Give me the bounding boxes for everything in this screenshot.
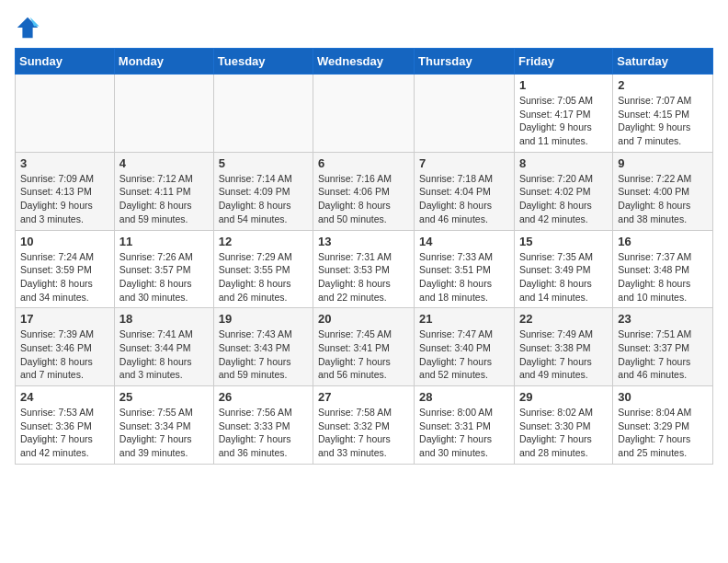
day-info: Sunrise: 7:22 AM Sunset: 4:00 PM Dayligh… (618, 172, 708, 226)
calendar-cell: 8Sunrise: 7:20 AM Sunset: 4:02 PM Daylig… (514, 152, 612, 230)
calendar-cell: 28Sunrise: 8:00 AM Sunset: 3:31 PM Dayli… (415, 386, 515, 465)
day-info: Sunrise: 7:47 AM Sunset: 3:40 PM Dayligh… (419, 327, 509, 382)
day-number: 7 (419, 156, 509, 170)
logo (15, 15, 44, 40)
day-number: 20 (318, 312, 409, 326)
day-number: 22 (519, 312, 608, 326)
day-info: Sunrise: 7:24 AM Sunset: 3:59 PM Dayligh… (20, 250, 109, 304)
day-info: Sunrise: 8:02 AM Sunset: 3:30 PM Dayligh… (519, 406, 608, 460)
day-info: Sunrise: 7:18 AM Sunset: 4:04 PM Dayligh… (419, 172, 509, 226)
day-info: Sunrise: 7:51 AM Sunset: 3:37 PM Dayligh… (618, 327, 708, 382)
day-number: 28 (419, 390, 509, 404)
calendar-cell: 15Sunrise: 7:35 AM Sunset: 3:49 PM Dayli… (514, 230, 612, 308)
day-info: Sunrise: 7:16 AM Sunset: 4:06 PM Dayligh… (318, 172, 409, 226)
calendar-week-row: 10Sunrise: 7:24 AM Sunset: 3:59 PM Dayli… (16, 230, 713, 308)
day-info: Sunrise: 7:49 AM Sunset: 3:38 PM Dayligh… (519, 327, 608, 382)
calendar-cell (16, 75, 115, 153)
calendar-cell: 23Sunrise: 7:51 AM Sunset: 3:37 PM Dayli… (613, 308, 713, 386)
calendar-week-row: 17Sunrise: 7:39 AM Sunset: 3:46 PM Dayli… (16, 308, 713, 386)
calendar-cell (313, 75, 415, 153)
weekday-header: Wednesday (313, 49, 415, 75)
day-info: Sunrise: 7:35 AM Sunset: 3:49 PM Dayligh… (519, 250, 608, 304)
weekday-header: Sunday (16, 49, 115, 75)
day-number: 17 (20, 312, 109, 326)
day-info: Sunrise: 7:45 AM Sunset: 3:41 PM Dayligh… (318, 327, 409, 382)
page-header (15, 15, 713, 40)
day-number: 25 (119, 390, 209, 404)
calendar-cell: 5Sunrise: 7:14 AM Sunset: 4:09 PM Daylig… (213, 152, 313, 230)
day-info: Sunrise: 7:14 AM Sunset: 4:09 PM Dayligh… (219, 172, 308, 226)
day-number: 1 (519, 78, 608, 92)
calendar-week-row: 24Sunrise: 7:53 AM Sunset: 3:36 PM Dayli… (16, 386, 713, 465)
day-number: 26 (219, 390, 308, 404)
day-info: Sunrise: 7:39 AM Sunset: 3:46 PM Dayligh… (20, 327, 109, 382)
calendar-cell: 21Sunrise: 7:47 AM Sunset: 3:40 PM Dayli… (415, 308, 515, 386)
day-number: 29 (519, 390, 608, 404)
calendar-cell (415, 75, 515, 153)
day-number: 18 (119, 312, 209, 326)
logo-icon (15, 15, 40, 40)
calendar-cell: 9Sunrise: 7:22 AM Sunset: 4:00 PM Daylig… (613, 152, 713, 230)
day-info: Sunrise: 7:07 AM Sunset: 4:15 PM Dayligh… (618, 94, 708, 148)
calendar-cell: 19Sunrise: 7:43 AM Sunset: 3:43 PM Dayli… (213, 308, 313, 386)
calendar-cell: 16Sunrise: 7:37 AM Sunset: 3:48 PM Dayli… (613, 230, 713, 308)
day-info: Sunrise: 7:05 AM Sunset: 4:17 PM Dayligh… (519, 94, 608, 148)
day-number: 24 (20, 390, 109, 404)
calendar-week-row: 3Sunrise: 7:09 AM Sunset: 4:13 PM Daylig… (16, 152, 713, 230)
day-info: Sunrise: 7:55 AM Sunset: 3:34 PM Dayligh… (119, 406, 209, 460)
day-info: Sunrise: 7:31 AM Sunset: 3:53 PM Dayligh… (318, 250, 409, 304)
calendar-cell: 24Sunrise: 7:53 AM Sunset: 3:36 PM Dayli… (16, 386, 115, 465)
calendar-cell: 6Sunrise: 7:16 AM Sunset: 4:06 PM Daylig… (313, 152, 415, 230)
day-number: 8 (519, 156, 608, 170)
day-number: 15 (519, 235, 608, 248)
calendar-cell: 14Sunrise: 7:33 AM Sunset: 3:51 PM Dayli… (415, 230, 515, 308)
calendar-cell: 10Sunrise: 7:24 AM Sunset: 3:59 PM Dayli… (16, 230, 115, 308)
calendar-cell: 27Sunrise: 7:58 AM Sunset: 3:32 PM Dayli… (313, 386, 415, 465)
weekday-header-row: SundayMondayTuesdayWednesdayThursdayFrid… (16, 49, 713, 75)
day-info: Sunrise: 7:29 AM Sunset: 3:55 PM Dayligh… (219, 250, 308, 304)
day-number: 12 (219, 235, 308, 248)
day-number: 27 (318, 390, 409, 404)
calendar-cell: 1Sunrise: 7:05 AM Sunset: 4:17 PM Daylig… (514, 75, 612, 153)
calendar-cell: 25Sunrise: 7:55 AM Sunset: 3:34 PM Dayli… (114, 386, 213, 465)
day-number: 10 (20, 235, 109, 248)
calendar-cell: 18Sunrise: 7:41 AM Sunset: 3:44 PM Dayli… (114, 308, 213, 386)
day-number: 3 (20, 156, 109, 170)
calendar-table: SundayMondayTuesdayWednesdayThursdayFrid… (15, 48, 713, 465)
day-info: Sunrise: 7:56 AM Sunset: 3:33 PM Dayligh… (219, 406, 308, 460)
day-info: Sunrise: 8:04 AM Sunset: 3:29 PM Dayligh… (618, 406, 708, 460)
day-number: 9 (618, 156, 708, 170)
day-info: Sunrise: 8:00 AM Sunset: 3:31 PM Dayligh… (419, 406, 509, 460)
calendar-cell: 29Sunrise: 8:02 AM Sunset: 3:30 PM Dayli… (514, 386, 612, 465)
day-info: Sunrise: 7:20 AM Sunset: 4:02 PM Dayligh… (519, 172, 608, 226)
day-info: Sunrise: 7:41 AM Sunset: 3:44 PM Dayligh… (119, 327, 209, 382)
svg-marker-0 (17, 17, 38, 38)
calendar-cell: 30Sunrise: 8:04 AM Sunset: 3:29 PM Dayli… (613, 386, 713, 465)
day-number: 14 (419, 235, 509, 248)
day-number: 13 (318, 235, 409, 248)
calendar-cell: 2Sunrise: 7:07 AM Sunset: 4:15 PM Daylig… (613, 75, 713, 153)
day-info: Sunrise: 7:58 AM Sunset: 3:32 PM Dayligh… (318, 406, 409, 460)
day-info: Sunrise: 7:53 AM Sunset: 3:36 PM Dayligh… (20, 406, 109, 460)
calendar-cell (114, 75, 213, 153)
day-info: Sunrise: 7:12 AM Sunset: 4:11 PM Dayligh… (119, 172, 209, 226)
day-number: 19 (219, 312, 308, 326)
weekday-header: Tuesday (213, 49, 313, 75)
day-info: Sunrise: 7:43 AM Sunset: 3:43 PM Dayligh… (219, 327, 308, 382)
day-number: 2 (618, 78, 708, 92)
calendar-cell: 22Sunrise: 7:49 AM Sunset: 3:38 PM Dayli… (514, 308, 612, 386)
calendar-cell (213, 75, 313, 153)
weekday-header: Saturday (613, 49, 713, 75)
day-number: 16 (618, 235, 708, 248)
day-number: 5 (219, 156, 308, 170)
calendar-cell: 3Sunrise: 7:09 AM Sunset: 4:13 PM Daylig… (16, 152, 115, 230)
calendar-cell: 20Sunrise: 7:45 AM Sunset: 3:41 PM Dayli… (313, 308, 415, 386)
weekday-header: Friday (514, 49, 612, 75)
calendar-cell: 4Sunrise: 7:12 AM Sunset: 4:11 PM Daylig… (114, 152, 213, 230)
calendar-cell: 12Sunrise: 7:29 AM Sunset: 3:55 PM Dayli… (213, 230, 313, 308)
day-info: Sunrise: 7:26 AM Sunset: 3:57 PM Dayligh… (119, 250, 209, 304)
day-number: 30 (618, 390, 708, 404)
calendar-cell: 26Sunrise: 7:56 AM Sunset: 3:33 PM Dayli… (213, 386, 313, 465)
calendar-cell: 17Sunrise: 7:39 AM Sunset: 3:46 PM Dayli… (16, 308, 115, 386)
calendar-cell: 11Sunrise: 7:26 AM Sunset: 3:57 PM Dayli… (114, 230, 213, 308)
